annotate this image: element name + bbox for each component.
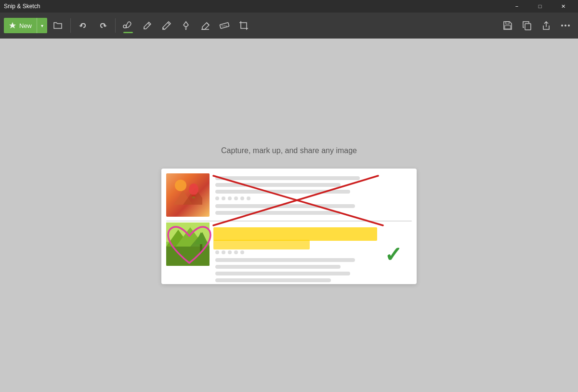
- content-line: [215, 265, 341, 269]
- svg-point-19: [189, 183, 198, 195]
- dot: [215, 250, 219, 254]
- crop-button[interactable]: [235, 17, 252, 34]
- content-line: [215, 211, 341, 215]
- open-folder-button[interactable]: [49, 17, 66, 34]
- maximize-button[interactable]: □: [529, 0, 551, 13]
- dot: [228, 250, 232, 254]
- content-line: [215, 190, 350, 194]
- svg-marker-0: [9, 22, 16, 28]
- pencil-button[interactable]: [158, 17, 175, 34]
- dot: [222, 196, 225, 200]
- svg-line-6: [222, 25, 223, 26]
- eraser-button[interactable]: [197, 17, 214, 34]
- svg-rect-28: [200, 244, 202, 253]
- svg-rect-27: [166, 247, 210, 266]
- svg-point-14: [565, 25, 566, 26]
- redo-button[interactable]: [94, 17, 111, 34]
- eraser-icon: [200, 20, 210, 31]
- minimize-button[interactable]: −: [506, 0, 528, 13]
- title-bar-left: Snip & Sketch: [4, 3, 40, 10]
- pencil-icon: [161, 20, 172, 31]
- redo-icon: [98, 21, 107, 30]
- landscape-scene: [166, 222, 210, 266]
- save-button[interactable]: [499, 17, 516, 34]
- share-button[interactable]: [538, 17, 555, 34]
- dot-row: [215, 196, 250, 200]
- content-line: [215, 278, 331, 282]
- share-icon: [541, 21, 551, 30]
- ballpoint-pen-icon: [142, 20, 153, 31]
- close-button[interactable]: ✕: [552, 0, 574, 13]
- title-bar: Snip & Sketch − □ ✕: [0, 0, 578, 13]
- svg-rect-12: [525, 24, 531, 30]
- content-line: [215, 258, 355, 262]
- image-top: [166, 173, 210, 217]
- yellow-highlight: [213, 227, 377, 241]
- illustration-card: ✓: [161, 169, 417, 284]
- title-bar-controls: − □ ✕: [506, 0, 574, 13]
- svg-rect-11: [505, 26, 511, 29]
- toolbar-separator: [70, 18, 71, 33]
- new-button-main: New: [4, 22, 37, 29]
- crop-icon: [238, 20, 249, 31]
- dot: [234, 250, 238, 254]
- dot: [247, 196, 250, 200]
- ruler-icon: [219, 20, 230, 31]
- more-icon: [561, 24, 570, 27]
- separator-line: [166, 221, 412, 222]
- svg-rect-2: [185, 26, 187, 29]
- image-bottom: [166, 222, 210, 266]
- svg-point-13: [561, 25, 563, 26]
- dot: [240, 250, 244, 254]
- folder-icon: [53, 21, 63, 30]
- svg-line-9: [226, 26, 227, 26]
- toolbar-separator-2: [115, 18, 116, 33]
- ruler-button[interactable]: [216, 17, 233, 34]
- balloon-scene: [173, 176, 202, 212]
- svg-line-7: [223, 26, 224, 26]
- svg-point-1: [123, 25, 126, 28]
- tagline: Capture, mark up, and share any image: [221, 146, 357, 155]
- dot-row-2: [215, 250, 244, 254]
- toolbar: New ▾: [0, 13, 578, 39]
- svg-rect-21: [192, 196, 195, 198]
- content-line: [215, 204, 355, 208]
- save-icon: [503, 21, 512, 30]
- copy-icon: [522, 21, 532, 30]
- green-checkmark: ✓: [384, 242, 402, 267]
- highlighter-icon: [181, 20, 191, 31]
- svg-line-8: [225, 25, 225, 26]
- main-canvas: Capture, mark up, and share any image: [0, 39, 578, 392]
- toolbar-right: [499, 17, 574, 34]
- content-line: [215, 176, 360, 180]
- svg-point-16: [175, 180, 186, 191]
- new-icon: [9, 22, 16, 29]
- highlighter-button[interactable]: [177, 17, 195, 34]
- svg-rect-5: [220, 23, 229, 28]
- ballpoint-pen-button[interactable]: [139, 17, 156, 34]
- touch-writing-icon: [123, 20, 133, 31]
- dot: [222, 250, 225, 254]
- undo-icon: [79, 21, 88, 30]
- dot: [234, 196, 238, 200]
- copy-button[interactable]: [518, 17, 536, 34]
- dot: [240, 196, 244, 200]
- content-line: [215, 272, 350, 275]
- more-options-button[interactable]: [557, 17, 574, 34]
- new-button[interactable]: New ▾: [4, 18, 47, 33]
- yellow-highlight-2: [213, 240, 310, 249]
- touch-writing-button[interactable]: [119, 17, 137, 34]
- svg-point-15: [568, 25, 570, 26]
- dot: [215, 196, 219, 200]
- app-title: Snip & Sketch: [4, 3, 40, 10]
- dot: [228, 196, 232, 200]
- new-button-arrow[interactable]: ▾: [37, 18, 47, 33]
- undo-button[interactable]: [75, 17, 92, 34]
- content-line: [215, 183, 341, 187]
